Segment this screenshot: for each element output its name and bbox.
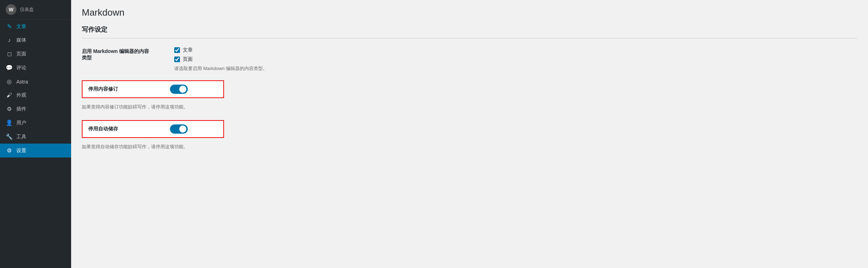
sidebar-item-label: 插件 [16, 106, 26, 112]
sidebar-item-chajian[interactable]: ⚙ 插件 [0, 102, 71, 116]
disable-autosave-label: 停用自动储存 [88, 126, 166, 132]
sidebar-item-label: 文章 [16, 23, 26, 30]
disable-revision-section: 停用内容修订 如果觉得内容修订功能妨碍写作，请停用这项功能。 [82, 80, 857, 110]
sidebar-item-astra[interactable]: ◎ Astra [0, 75, 71, 89]
disable-autosave-slider [170, 124, 188, 134]
sidebar-item-pinglun[interactable]: 💬 评论 [0, 61, 71, 75]
sidebar-item-waiguan[interactable]: 🖌 外观 [0, 89, 71, 102]
sidebar-item-label: 评论 [16, 65, 26, 71]
disable-autosave-row: 停用自动储存 [82, 120, 224, 138]
checkbox-yemian-label: 页面 [183, 56, 193, 63]
disable-revision-slider [170, 85, 188, 94]
checkbox-yemian[interactable]: 页面 [174, 56, 857, 63]
disable-autosave-toggle[interactable] [170, 124, 188, 134]
wp-logo-icon: W [6, 4, 16, 15]
checkbox-yemian-input[interactable] [174, 57, 180, 62]
sidebar-item-label: 页面 [16, 51, 26, 57]
disable-revision-with-hint: 停用内容修订 如果觉得内容修订功能妨碍写作，请停用这项功能。 [82, 80, 857, 110]
checkbox-wenzhang-label: 文章 [183, 47, 193, 53]
gongju-icon: 🔧 [6, 133, 13, 140]
sidebar-item-label: 媒体 [16, 37, 26, 43]
pinglun-icon: 💬 [6, 64, 13, 71]
sidebar-logo-label: 仪表盘 [20, 6, 34, 13]
main-content: Markdown 写作设定 启用 Markdown 编辑器的内容类型 文章 页面… [71, 0, 868, 268]
yonghu-icon: 👤 [6, 119, 13, 126]
sidebar-item-wenzhang[interactable]: ✎ 文章 [0, 20, 71, 33]
section-title: 写作设定 [82, 25, 857, 38]
sidebar-item-yemian[interactable]: ◻ 页面 [0, 47, 71, 61]
disable-revision-hint: 如果觉得内容修订功能妨碍写作，请停用这项功能。 [82, 104, 857, 110]
sidebar-item-label: Astra [16, 79, 28, 85]
sidebar-item-gongju[interactable]: 🔧 工具 [0, 130, 71, 144]
disable-revision-label: 停用内容修订 [88, 86, 166, 92]
chajian-icon: ⚙ [6, 106, 13, 112]
sidebar-item-yonghu[interactable]: 👤 用户 [0, 116, 71, 130]
sidebar-item-label: 设置 [16, 148, 26, 154]
sidebar-item-label: 工具 [16, 134, 26, 140]
disable-revision-toggle[interactable] [170, 85, 188, 94]
astra-icon: ◎ [6, 78, 13, 85]
sidebar-item-label: 用户 [16, 120, 26, 126]
sidebar: W 仪表盘 ✎ 文章 ♪ 媒体 ◻ 页面 💬 评论 ◎ Astra 🖌 外观 ⚙… [0, 0, 71, 268]
disable-autosave-section: 停用自动储存 如果觉得自动储存功能妨碍写作，请停用这项功能。 [82, 120, 857, 150]
content-type-hint: 请选取要启用 Markdown 编辑器的内容类型。 [174, 65, 857, 72]
sidebar-item-meiti[interactable]: ♪ 媒体 [0, 33, 71, 47]
yemian-icon: ◻ [6, 50, 13, 57]
wenzhang-icon: ✎ [6, 23, 13, 30]
content-type-control: 文章 页面 请选取要启用 Markdown 编辑器的内容类型。 [174, 47, 857, 72]
content-type-label: 启用 Markdown 编辑器的内容类型 [82, 47, 174, 61]
checkbox-wenzhang[interactable]: 文章 [174, 47, 857, 53]
checkbox-group: 文章 页面 [174, 47, 857, 63]
disable-autosave-with-hint: 停用自动储存 如果觉得自动储存功能妨碍写作，请停用这项功能。 [82, 120, 857, 150]
checkbox-wenzhang-input[interactable] [174, 47, 180, 53]
sidebar-logo: W 仪表盘 [0, 0, 71, 20]
meiti-icon: ♪ [6, 37, 13, 43]
content-type-row: 启用 Markdown 编辑器的内容类型 文章 页面 请选取要启用 Markdo… [82, 47, 857, 72]
disable-autosave-hint: 如果觉得自动储存功能妨碍写作，请停用这项功能。 [82, 144, 857, 150]
page-title: Markdown [82, 7, 857, 18]
sidebar-item-shezhi[interactable]: ⚙ 设置 [0, 144, 71, 157]
shezhi-icon: ⚙ [6, 147, 13, 154]
waiguan-icon: 🖌 [6, 92, 13, 98]
disable-revision-row: 停用内容修订 [82, 80, 224, 98]
sidebar-item-label: 外观 [16, 92, 26, 98]
